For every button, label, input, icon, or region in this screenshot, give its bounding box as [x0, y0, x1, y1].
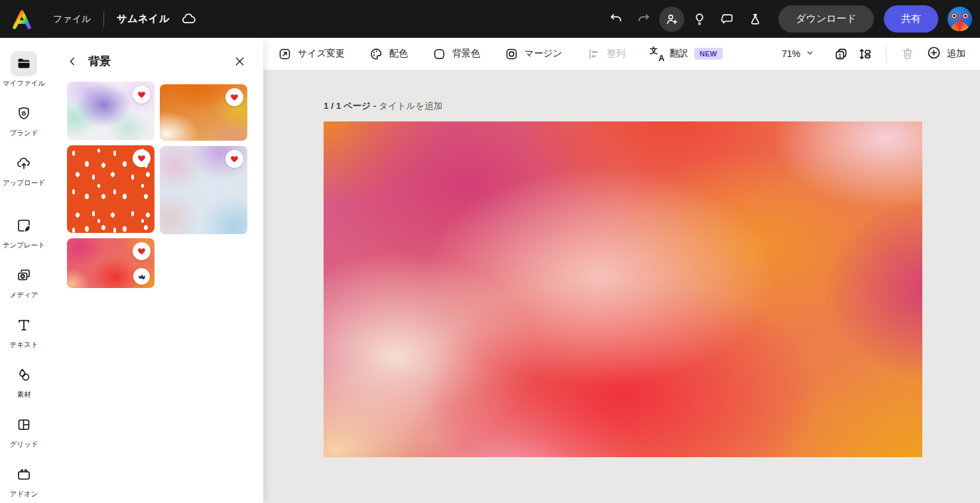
- upload-cloud-icon: [11, 151, 37, 176]
- sidebar-item-media[interactable]: メディア: [0, 263, 48, 300]
- text-icon: [11, 313, 37, 338]
- zoom-level-value: 71%: [782, 48, 800, 59]
- svg-text:1: 1: [838, 52, 841, 58]
- zoom-level-control[interactable]: 71%: [782, 48, 814, 59]
- premium-crown-badge-icon: [133, 268, 150, 285]
- backgrounds-panel: 背景: [48, 38, 263, 503]
- tool-label: 配色: [389, 48, 408, 60]
- template-icon: [11, 213, 37, 238]
- page-separator: -: [373, 101, 377, 111]
- thumb-column-2: [160, 84, 247, 288]
- favorite-heart-icon[interactable]: [133, 242, 151, 260]
- palette-icon: [369, 47, 383, 61]
- tool-label: 背景色: [452, 48, 480, 60]
- thumb-column-1: [67, 82, 154, 288]
- favorite-heart-icon[interactable]: [225, 88, 243, 106]
- add-page-button[interactable]: 追加: [926, 45, 965, 62]
- sidebar-item-uploads[interactable]: アップロード: [0, 151, 48, 188]
- tool-label: 翻訳: [670, 48, 688, 60]
- reorder-pages-button[interactable]: [853, 42, 877, 66]
- redo-button[interactable]: [631, 7, 656, 32]
- favorite-heart-icon[interactable]: [133, 149, 151, 167]
- toolbar-right-group: 71% 1 追加: [782, 42, 965, 66]
- background-thumbnail-lilac[interactable]: [160, 146, 247, 234]
- delete-page-button: [896, 42, 920, 66]
- account-avatar[interactable]: [948, 7, 972, 31]
- elements-icon: [11, 362, 37, 388]
- canvas-workspace: 1 / 1 ページ - タイトルを追加: [263, 70, 980, 503]
- background-thumbnail-pink-red[interactable]: [67, 238, 154, 288]
- tool-label: サイズ変更: [298, 48, 345, 60]
- margin-icon: [505, 47, 519, 61]
- tool-label: マージン: [524, 48, 562, 60]
- new-badge: NEW: [694, 48, 723, 60]
- header-actions: ダウンロード 共有: [603, 5, 980, 33]
- document-title[interactable]: サムネイル: [117, 13, 169, 25]
- page-count: 1 / 1 ページ: [324, 101, 371, 111]
- ideas-lightbulb-icon[interactable]: [687, 7, 712, 32]
- grain-texture-overlay: [324, 121, 922, 457]
- align-icon: [587, 47, 601, 61]
- favorite-heart-icon[interactable]: [225, 150, 243, 168]
- background-color-icon: [432, 47, 446, 61]
- background-thumbnail-orange[interactable]: [160, 84, 247, 141]
- plus-circle-icon: [926, 45, 942, 62]
- sidebar-item-my-files[interactable]: マイファイル: [0, 51, 48, 88]
- align-tool: 整列: [587, 47, 625, 61]
- margin-tool[interactable]: マージン: [505, 47, 562, 61]
- avatar-art: [950, 22, 969, 31]
- sidebar-item-elements[interactable]: 素材: [0, 362, 48, 399]
- page-indicator[interactable]: 1 / 1 ページ - タイトルを追加: [324, 100, 442, 112]
- favorite-heart-icon[interactable]: [133, 86, 151, 104]
- media-icon: [11, 263, 37, 288]
- background-thumbnails-grid: [48, 78, 263, 288]
- toolbar-divider: [886, 44, 887, 63]
- grid-icon: [11, 412, 37, 437]
- share-button[interactable]: 共有: [884, 5, 938, 33]
- editor-toolbar: サイズ変更 配色 背景色 マージン 整列 文 A 翻訳 NEW 71%: [263, 38, 980, 70]
- title-placeholder[interactable]: タイトルを追加: [379, 101, 442, 111]
- resize-tool[interactable]: サイズ変更: [278, 47, 345, 61]
- sidebar-item-addons[interactable]: アドオン: [0, 462, 48, 499]
- cloud-sync-icon[interactable]: [180, 11, 197, 27]
- my-files-folder-icon: [11, 51, 37, 76]
- color-scheme-tool[interactable]: 配色: [369, 47, 408, 61]
- sidebar-item-templates[interactable]: テンプレート: [0, 213, 48, 250]
- header-divider: [103, 11, 104, 27]
- background-color-tool[interactable]: 背景色: [432, 47, 480, 61]
- sidebar-item-brand[interactable]: B ブランド: [0, 101, 48, 138]
- brand-shield-icon: B: [11, 101, 37, 126]
- back-chevron-icon[interactable]: [65, 54, 80, 68]
- panel-header: 背景: [48, 38, 263, 78]
- pages-view-button[interactable]: 1: [829, 42, 853, 66]
- panel-title: 背景: [88, 54, 111, 69]
- document-canvas[interactable]: [324, 121, 922, 457]
- translate-icon: 文 A: [650, 47, 664, 61]
- tool-label: 整列: [607, 48, 625, 60]
- file-menu[interactable]: ファイル: [53, 13, 91, 25]
- app-header: ファイル サムネイル: [0, 0, 980, 38]
- svg-text:B: B: [22, 109, 27, 117]
- background-thumbnail-dots[interactable]: [67, 145, 154, 233]
- adobe-express-logo-icon[interactable]: [9, 7, 34, 32]
- left-sidebar: マイファイル B ブランド アップロード テンプレート メディア テキスト: [0, 38, 48, 503]
- download-button[interactable]: ダウンロード: [778, 5, 874, 33]
- sidebar-item-grid[interactable]: グリッド: [0, 412, 48, 449]
- resize-icon: [278, 47, 292, 61]
- background-thumbnail-pastel[interactable]: [67, 82, 154, 140]
- addons-icon: [11, 462, 37, 487]
- translate-tool[interactable]: 文 A 翻訳 NEW: [650, 47, 723, 61]
- comments-icon[interactable]: [715, 7, 740, 32]
- sidebar-item-text[interactable]: テキスト: [0, 313, 48, 350]
- add-label: 追加: [947, 48, 965, 60]
- close-icon[interactable]: [231, 53, 247, 69]
- chevron-down-icon: [806, 48, 814, 59]
- beta-flask-icon[interactable]: [743, 7, 768, 32]
- invite-collaborator-button[interactable]: [659, 7, 684, 32]
- undo-button[interactable]: [603, 7, 629, 32]
